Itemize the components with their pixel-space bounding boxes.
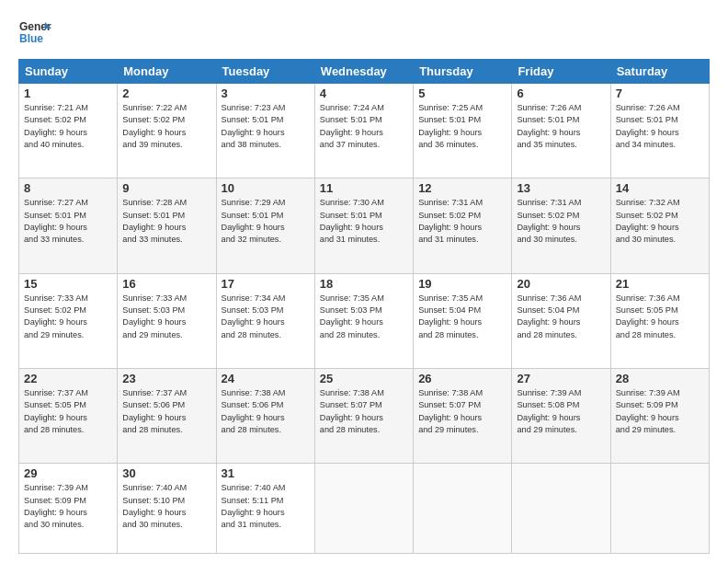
day-number: 29 [24,466,112,480]
day-number: 9 [122,181,210,195]
calendar-cell: 8Sunrise: 7:27 AMSunset: 5:01 PMDaylight… [19,178,118,273]
cell-info: Sunrise: 7:31 AMSunset: 5:02 PMDaylight:… [517,197,605,246]
calendar-cell: 27Sunrise: 7:39 AMSunset: 5:08 PMDayligh… [512,369,610,464]
cell-info: Sunrise: 7:29 AMSunset: 5:01 PMDaylight:… [222,197,310,246]
calendar-header-row: SundayMondayTuesdayWednesdayThursdayFrid… [19,60,710,84]
day-number: 22 [24,372,112,385]
cell-info: Sunrise: 7:40 AMSunset: 5:10 PMDaylight:… [122,482,210,531]
day-number: 23 [122,372,210,385]
page: General Blue SundayMondayTuesdayWednesda… [0,0,728,563]
cell-info: Sunrise: 7:39 AMSunset: 5:09 PMDaylight:… [24,482,112,531]
calendar-cell: 26Sunrise: 7:38 AMSunset: 5:07 PMDayligh… [414,369,512,464]
day-number: 21 [616,277,704,291]
cell-info: Sunrise: 7:39 AMSunset: 5:08 PMDaylight:… [517,387,605,436]
col-header-monday: Monday [118,60,216,84]
calendar-cell: 10Sunrise: 7:29 AMSunset: 5:01 PMDayligh… [216,178,314,273]
day-number: 7 [616,86,704,100]
day-number: 2 [122,86,210,100]
cell-info: Sunrise: 7:34 AMSunset: 5:03 PMDaylight:… [222,293,310,341]
svg-text:Blue: Blue [19,32,43,45]
calendar-cell: 30Sunrise: 7:40 AMSunset: 5:10 PMDayligh… [118,464,216,554]
header: General Blue [18,17,710,50]
calendar-cell: 4Sunrise: 7:24 AMSunset: 5:01 PMDaylight… [314,84,413,178]
cell-info: Sunrise: 7:26 AMSunset: 5:01 PMDaylight:… [616,102,704,151]
cell-info: Sunrise: 7:33 AMSunset: 5:02 PMDaylight:… [24,293,112,341]
calendar-cell: 14Sunrise: 7:32 AMSunset: 5:02 PMDayligh… [610,178,709,273]
calendar-cell: 24Sunrise: 7:38 AMSunset: 5:06 PMDayligh… [216,369,314,464]
cell-info: Sunrise: 7:28 AMSunset: 5:01 PMDaylight:… [122,197,210,246]
cell-info: Sunrise: 7:35 AMSunset: 5:04 PMDaylight:… [418,293,506,341]
calendar-cell: 1Sunrise: 7:21 AMSunset: 5:02 PMDaylight… [19,84,118,178]
calendar-cell [512,464,610,554]
calendar-cell: 9Sunrise: 7:28 AMSunset: 5:01 PMDaylight… [118,178,216,273]
cell-info: Sunrise: 7:39 AMSunset: 5:09 PMDaylight:… [616,387,704,436]
day-number: 17 [222,277,310,291]
cell-info: Sunrise: 7:38 AMSunset: 5:07 PMDaylight:… [320,387,408,436]
calendar-cell: 16Sunrise: 7:33 AMSunset: 5:03 PMDayligh… [118,273,216,368]
col-header-saturday: Saturday [610,60,709,84]
calendar-cell: 18Sunrise: 7:35 AMSunset: 5:03 PMDayligh… [314,273,413,368]
cell-info: Sunrise: 7:23 AMSunset: 5:01 PMDaylight:… [222,102,310,151]
calendar-cell: 23Sunrise: 7:37 AMSunset: 5:06 PMDayligh… [118,369,216,464]
calendar-cell [414,464,512,554]
day-number: 13 [517,181,605,195]
calendar-cell: 28Sunrise: 7:39 AMSunset: 5:09 PMDayligh… [610,369,709,464]
cell-info: Sunrise: 7:40 AMSunset: 5:11 PMDaylight:… [222,482,310,531]
day-number: 25 [320,372,408,385]
day-number: 1 [24,86,112,100]
day-number: 5 [418,86,506,100]
calendar-table: SundayMondayTuesdayWednesdayThursdayFrid… [18,59,710,554]
logo-svg: General Blue [18,17,51,50]
day-number: 30 [122,466,210,480]
day-number: 19 [418,277,506,291]
cell-info: Sunrise: 7:36 AMSunset: 5:04 PMDaylight:… [517,293,605,341]
calendar-cell: 21Sunrise: 7:36 AMSunset: 5:05 PMDayligh… [610,273,709,368]
calendar-cell: 31Sunrise: 7:40 AMSunset: 5:11 PMDayligh… [216,464,314,554]
logo: General Blue [18,17,51,50]
calendar-cell: 17Sunrise: 7:34 AMSunset: 5:03 PMDayligh… [216,273,314,368]
day-number: 6 [517,86,605,100]
calendar-cell: 19Sunrise: 7:35 AMSunset: 5:04 PMDayligh… [414,273,512,368]
cell-info: Sunrise: 7:35 AMSunset: 5:03 PMDaylight:… [320,293,408,341]
day-number: 31 [222,466,310,480]
cell-info: Sunrise: 7:21 AMSunset: 5:02 PMDaylight:… [24,102,112,151]
calendar-cell: 20Sunrise: 7:36 AMSunset: 5:04 PMDayligh… [512,273,610,368]
cell-info: Sunrise: 7:22 AMSunset: 5:02 PMDaylight:… [122,102,210,151]
cell-info: Sunrise: 7:30 AMSunset: 5:01 PMDaylight:… [320,197,408,246]
calendar-cell: 12Sunrise: 7:31 AMSunset: 5:02 PMDayligh… [414,178,512,273]
calendar-cell: 2Sunrise: 7:22 AMSunset: 5:02 PMDaylight… [118,84,216,178]
day-number: 16 [122,277,210,291]
day-number: 27 [517,372,605,385]
day-number: 4 [320,86,408,100]
cell-info: Sunrise: 7:37 AMSunset: 5:05 PMDaylight:… [24,387,112,436]
cell-info: Sunrise: 7:32 AMSunset: 5:02 PMDaylight:… [616,197,704,246]
calendar-cell: 22Sunrise: 7:37 AMSunset: 5:05 PMDayligh… [19,369,118,464]
calendar-cell: 29Sunrise: 7:39 AMSunset: 5:09 PMDayligh… [19,464,118,554]
cell-info: Sunrise: 7:38 AMSunset: 5:07 PMDaylight:… [418,387,506,436]
cell-info: Sunrise: 7:24 AMSunset: 5:01 PMDaylight:… [320,102,408,151]
cell-info: Sunrise: 7:31 AMSunset: 5:02 PMDaylight:… [418,197,506,246]
calendar-cell [314,464,413,554]
day-number: 11 [320,181,408,195]
day-number: 18 [320,277,408,291]
col-header-thursday: Thursday [414,60,512,84]
cell-info: Sunrise: 7:36 AMSunset: 5:05 PMDaylight:… [616,293,704,341]
day-number: 28 [616,372,704,385]
col-header-sunday: Sunday [19,60,118,84]
col-header-wednesday: Wednesday [314,60,413,84]
day-number: 24 [222,372,310,385]
cell-info: Sunrise: 7:37 AMSunset: 5:06 PMDaylight:… [122,387,210,436]
day-number: 3 [222,86,310,100]
calendar-cell: 6Sunrise: 7:26 AMSunset: 5:01 PMDaylight… [512,84,610,178]
calendar-cell [610,464,709,554]
day-number: 10 [222,181,310,195]
calendar-cell: 3Sunrise: 7:23 AMSunset: 5:01 PMDaylight… [216,84,314,178]
day-number: 20 [517,277,605,291]
day-number: 15 [24,277,112,291]
calendar-cell: 11Sunrise: 7:30 AMSunset: 5:01 PMDayligh… [314,178,413,273]
calendar-cell: 13Sunrise: 7:31 AMSunset: 5:02 PMDayligh… [512,178,610,273]
day-number: 12 [418,181,506,195]
calendar-cell: 15Sunrise: 7:33 AMSunset: 5:02 PMDayligh… [19,273,118,368]
calendar-cell: 7Sunrise: 7:26 AMSunset: 5:01 PMDaylight… [610,84,709,178]
cell-info: Sunrise: 7:25 AMSunset: 5:01 PMDaylight:… [418,102,506,151]
